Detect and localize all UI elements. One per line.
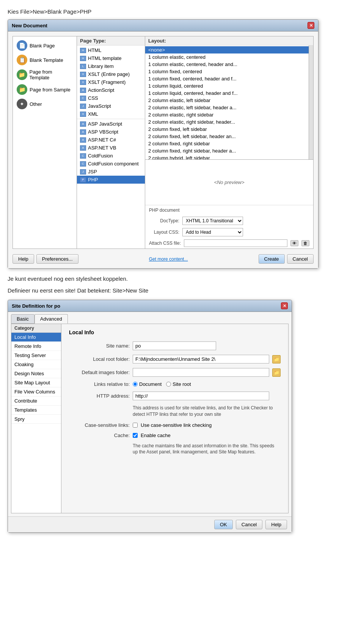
sd-item-testing-server[interactable]: Testing Server: [11, 351, 61, 360]
layout-10[interactable]: 2 column elastic, right sidebar, header.…: [145, 118, 309, 126]
sd-item-templates[interactable]: Templates: [11, 406, 61, 415]
preview-area: <No preview>: [145, 160, 313, 205]
site-name-input[interactable]: [133, 341, 216, 350]
type-javascript[interactable]: J JavaScript: [77, 102, 145, 110]
create-button[interactable]: Create: [259, 254, 285, 264]
preferences-button[interactable]: Preferences...: [36, 254, 78, 264]
page-type-header: Page Type:: [77, 36, 145, 46]
middle-text1: Je kunt eventueel nog een stylesheet kop…: [8, 275, 356, 282]
cancel-button[interactable]: Cancel: [287, 254, 314, 264]
get-more-content-link[interactable]: Get more content...: [149, 256, 188, 262]
cache-checkbox[interactable]: [133, 433, 138, 438]
sd-help-button[interactable]: Help: [265, 520, 287, 529]
help-button[interactable]: Help: [13, 254, 34, 264]
sd-item-site-map-layout[interactable]: Site Map Layout: [11, 378, 61, 387]
layout-12[interactable]: 2 column fixed, left sidebar, header an.…: [145, 133, 309, 140]
type-html[interactable]: H HTML: [77, 46, 145, 54]
type-asp-vbs[interactable]: A ASP VBScript: [77, 128, 145, 136]
type-aspnet-vb[interactable]: A ASP.NET VB: [77, 144, 145, 152]
type-jsp[interactable]: J JSP: [77, 168, 145, 176]
sd-item-local-info[interactable]: Local Info: [11, 333, 61, 342]
type-asp-js[interactable]: A ASP JavaScript: [77, 120, 145, 128]
doctype-select[interactable]: XHTML 1.0 Transitional: [182, 217, 243, 225]
new-document-window: New Document ✕ 📄 Blank Page 📋 Blank Temp…: [8, 19, 318, 269]
layout-9[interactable]: 2 column elastic, right sidebar: [145, 111, 309, 118]
layout-scrollbar[interactable]: [309, 46, 313, 159]
ok-button[interactable]: OK: [214, 520, 233, 529]
local-root-row: Local root folder: 📁: [69, 355, 281, 363]
layout-7[interactable]: 2 column elastic, left sidebar: [145, 97, 309, 104]
type-coldfusion[interactable]: C ColdFusion: [77, 152, 145, 160]
sd-item-cloaking[interactable]: Cloaking: [11, 360, 61, 369]
sd-item-file-view-columns[interactable]: File View Columns: [11, 387, 61, 396]
layout-11[interactable]: 2 column fixed, left sidebar: [145, 126, 309, 133]
radio-site-root-input[interactable]: [166, 382, 171, 387]
layout-none[interactable]: <none>: [145, 46, 309, 53]
layout-1[interactable]: 1 column elastic, centered: [145, 53, 309, 61]
layout-8[interactable]: 2 column elastic, left sidebar, header a…: [145, 104, 309, 111]
layout-14[interactable]: 2 column fixed, right sidebar, header a.…: [145, 147, 309, 154]
sd-item-spry[interactable]: Spry: [11, 415, 61, 424]
layout-2[interactable]: 1 column elastic, centered, header and..…: [145, 61, 309, 68]
nd-item-page-from-sample[interactable]: 📁 Page from Sample: [14, 83, 75, 96]
dialog2-close-button[interactable]: ✕: [281, 302, 288, 309]
attach-css-input[interactable]: [184, 239, 287, 247]
default-images-browse-button[interactable]: 📁: [272, 368, 281, 377]
type-library-item[interactable]: L Library item: [77, 62, 145, 70]
tab-advanced[interactable]: Advanced: [35, 314, 68, 324]
layout-6[interactable]: 1 column liquid, centered, header and f.…: [145, 90, 309, 97]
attach-css-delete-icon[interactable]: 🗑: [301, 240, 309, 246]
type-actionscript[interactable]: A ActionScript: [77, 86, 145, 94]
case-sensitive-label: Case-sensitive links:: [69, 422, 130, 428]
tab-basic[interactable]: Basic: [11, 314, 35, 324]
nd-item-blank-page[interactable]: 📄 Blank Page: [14, 39, 75, 52]
layout-3[interactable]: 1 column fixed, centered: [145, 68, 309, 75]
layout-13[interactable]: 2 column fixed, right sidebar: [145, 140, 309, 147]
nd-item-blank-template[interactable]: 📋 Blank Template: [14, 53, 75, 67]
layout-list[interactable]: <none> 1 column elastic, centered 1 colu…: [145, 46, 309, 159]
jsp-type-icon: J: [80, 169, 86, 175]
layout-list-scroll: <none> 1 column elastic, centered 1 colu…: [145, 46, 313, 159]
type-aspnet-cs[interactable]: A ASP.NET C#: [77, 136, 145, 144]
type-xml[interactable]: X XML: [77, 110, 145, 118]
type-xslt-fragment[interactable]: X XSLT (Fragment): [77, 78, 145, 86]
sd-item-contribute[interactable]: Contribute: [11, 396, 61, 406]
radio-document-input[interactable]: [133, 382, 138, 387]
dialog1-close-button[interactable]: ✕: [308, 22, 314, 29]
sd-cancel-button[interactable]: Cancel: [236, 520, 262, 529]
type-cf-component[interactable]: C ColdFusion component: [77, 160, 145, 168]
type-css[interactable]: C CSS: [77, 94, 145, 102]
sd-item-design-notes[interactable]: Design Notes: [11, 369, 61, 378]
layout-4[interactable]: 1 column fixed, centered, header and f..…: [145, 75, 309, 82]
dialog2-title: Site Definition for po: [12, 303, 60, 309]
sd-body: Category Local Info Remote Info Testing …: [11, 324, 289, 513]
type-xslt-entire[interactable]: X XSLT (Entire page): [77, 70, 145, 78]
case-sensitive-checkbox[interactable]: [133, 423, 138, 428]
middle-text2: Definieer nu eerst een site! Dat beteken…: [8, 287, 356, 294]
nd-item-other[interactable]: ✦ Other: [14, 97, 75, 111]
local-root-input[interactable]: [133, 355, 269, 363]
library-type-icon: L: [80, 64, 86, 69]
nd-left-panel: 📄 Blank Page 📋 Blank Template 📁 Page fro…: [13, 36, 77, 249]
nd-footer-left: Help Preferences...: [13, 254, 78, 264]
local-root-browse-button[interactable]: 📁: [272, 355, 281, 363]
new-document-dialog: New Document ✕ 📄 Blank Page 📋 Blank Temp…: [8, 19, 356, 269]
type-html-template[interactable]: H HTML template: [77, 54, 145, 62]
blank-template-icon: 📋: [17, 55, 27, 65]
sd-item-remote-info[interactable]: Remote Info: [11, 342, 61, 351]
sd-main: Local Info Site name: Local root folder:…: [61, 324, 288, 513]
attach-css-browse-icon[interactable]: 👁: [290, 240, 298, 246]
layout-5[interactable]: 1 column liquid, centered: [145, 82, 309, 90]
html-template-type-icon: H: [80, 56, 86, 61]
type-separator: [77, 119, 145, 119]
layout-css-select[interactable]: Add to Head: [182, 228, 243, 236]
http-address-input[interactable]: [133, 392, 269, 400]
category-header: Category: [11, 324, 61, 333]
layout-15[interactable]: 2 column hybrid, left sidebar: [145, 154, 309, 159]
page-type-list[interactable]: H HTML H HTML template L Library item: [77, 46, 145, 249]
nd-item-page-from-template[interactable]: 📁 Page from Template: [14, 68, 75, 82]
default-images-input[interactable]: [133, 368, 269, 377]
dialog2-content: Basic Advanced Category Local Info Remot…: [8, 312, 292, 532]
type-php[interactable]: P PHP: [77, 176, 145, 184]
sd-footer: OK Cancel Help: [8, 516, 292, 532]
